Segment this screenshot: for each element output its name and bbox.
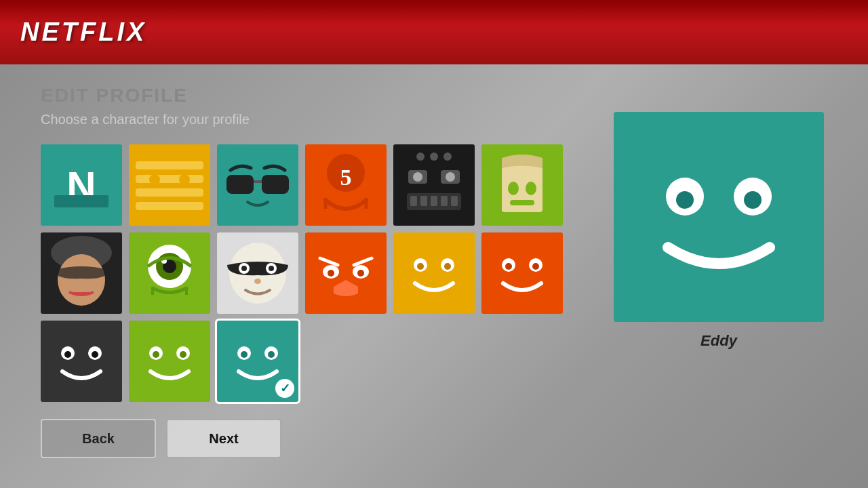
svg-rect-2 xyxy=(54,195,108,207)
avatar-monster-eye[interactable] xyxy=(129,232,210,314)
svg-rect-4 xyxy=(136,161,203,169)
avatar-five[interactable]: 5 xyxy=(305,144,387,226)
svg-point-58 xyxy=(328,270,334,277)
svg-rect-29 xyxy=(420,196,427,206)
svg-point-83 xyxy=(241,351,248,358)
avatar-dark-smiley[interactable] xyxy=(41,321,122,402)
svg-rect-7 xyxy=(136,202,203,210)
svg-point-40 xyxy=(58,254,105,306)
left-panel: EDIT PROFILE Choose a character for your… xyxy=(41,85,583,458)
svg-point-21 xyxy=(430,152,438,161)
svg-point-78 xyxy=(153,351,159,358)
avatar-mask-lady[interactable] xyxy=(41,232,122,314)
svg-point-54 xyxy=(254,279,261,284)
svg-rect-12 xyxy=(262,175,289,194)
svg-rect-6 xyxy=(136,188,203,197)
svg-point-53 xyxy=(269,266,274,271)
svg-point-36 xyxy=(526,182,536,195)
avatar-netflix-n[interactable]: N xyxy=(41,144,122,226)
svg-point-63 xyxy=(417,263,424,270)
svg-rect-28 xyxy=(410,196,417,206)
svg-point-35 xyxy=(508,182,519,195)
svg-point-74 xyxy=(92,351,98,358)
svg-point-88 xyxy=(676,191,694,209)
avatar-golden-smiley[interactable] xyxy=(393,232,475,314)
avatar-bandit[interactable] xyxy=(217,232,298,314)
next-button[interactable]: Next xyxy=(166,419,281,458)
svg-point-89 xyxy=(744,191,762,209)
avatar-paper-bag[interactable] xyxy=(481,144,563,226)
svg-rect-85 xyxy=(614,112,824,322)
page-title: EDIT PROFILE xyxy=(41,85,583,106)
avatar-sunglasses[interactable] xyxy=(217,144,298,226)
avatar-orange-face[interactable] xyxy=(305,232,387,314)
svg-point-9 xyxy=(179,174,190,185)
svg-rect-37 xyxy=(510,200,534,205)
svg-rect-11 xyxy=(226,175,254,194)
main-content: EDIT PROFILE Choose a character for your… xyxy=(0,64,868,479)
right-panel: Eddy xyxy=(610,85,827,458)
avatar-mummy[interactable] xyxy=(129,144,210,226)
svg-point-84 xyxy=(268,351,275,358)
svg-point-64 xyxy=(444,263,451,270)
page-subtitle: Choose a character for your profile xyxy=(41,112,583,127)
netflix-logo: NETFLIX xyxy=(20,18,146,47)
selected-avatar-name: Eddy xyxy=(701,332,737,350)
svg-rect-60 xyxy=(393,232,475,314)
avatar-robot[interactable] xyxy=(393,144,475,226)
svg-point-73 xyxy=(64,351,71,358)
svg-rect-30 xyxy=(431,196,437,206)
button-row: Back Next xyxy=(41,419,583,458)
svg-rect-65 xyxy=(481,232,563,314)
svg-rect-32 xyxy=(451,196,458,206)
svg-point-22 xyxy=(443,152,452,161)
avatar-green-smiley[interactable] xyxy=(129,321,210,402)
svg-text:5: 5 xyxy=(340,165,352,190)
svg-point-68 xyxy=(505,263,512,270)
avatar-eddy-selected[interactable]: ✓ xyxy=(217,321,298,402)
selected-check-icon: ✓ xyxy=(275,379,294,398)
svg-rect-55 xyxy=(305,232,387,314)
svg-point-59 xyxy=(357,270,364,277)
back-button[interactable]: Back xyxy=(41,419,156,458)
svg-point-52 xyxy=(241,266,247,271)
svg-point-25 xyxy=(413,172,422,182)
svg-point-79 xyxy=(180,351,186,358)
svg-point-26 xyxy=(446,172,455,182)
avatar-red-smiley[interactable] xyxy=(481,232,563,314)
svg-point-8 xyxy=(149,174,160,185)
svg-point-20 xyxy=(416,152,425,161)
svg-rect-70 xyxy=(41,321,122,402)
svg-rect-3 xyxy=(129,144,210,226)
svg-rect-31 xyxy=(441,196,448,206)
header: NETFLIX xyxy=(0,0,868,64)
selected-avatar-preview xyxy=(614,112,824,322)
svg-rect-75 xyxy=(129,321,210,402)
avatar-grid: N xyxy=(41,144,583,402)
svg-point-69 xyxy=(532,263,539,270)
svg-rect-5 xyxy=(136,175,203,183)
